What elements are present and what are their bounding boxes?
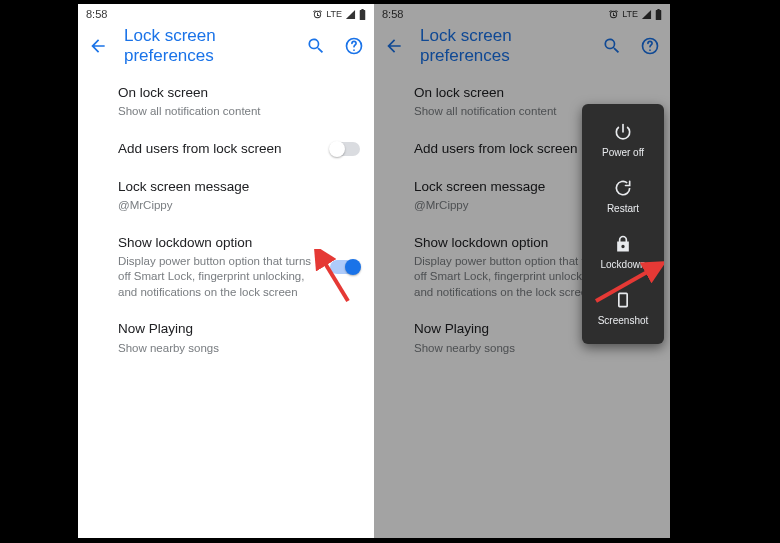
page-title: Lock screen preferences (420, 26, 586, 66)
power-off-label: Power off (602, 147, 644, 158)
status-network: LTE (622, 9, 638, 19)
lockdown-button[interactable]: Lockdown (582, 224, 664, 280)
screenshot-label: Screenshot (598, 315, 649, 326)
power-off-button[interactable]: Power off (582, 112, 664, 168)
status-indicators: LTE (608, 9, 662, 20)
restart-label: Restart (607, 203, 639, 214)
toggle-show-lockdown[interactable] (330, 260, 360, 274)
setting-title: Now Playing (118, 320, 356, 338)
app-bar: Lock screen preferences (78, 24, 374, 68)
toggle-add-users[interactable] (330, 142, 360, 156)
status-network: LTE (326, 9, 342, 19)
setting-show-lockdown[interactable]: Show lockdown option Display power butto… (78, 224, 374, 311)
lockdown-label: Lockdown (600, 259, 645, 270)
search-icon (306, 36, 326, 56)
setting-subtitle: Show nearby songs (118, 341, 318, 357)
setting-title: Show lockdown option (118, 234, 356, 252)
status-indicators: LTE (312, 9, 366, 20)
arrow-back-icon (384, 36, 404, 56)
setting-title: On lock screen (414, 84, 652, 102)
page-title: Lock screen preferences (124, 26, 290, 66)
setting-add-users[interactable]: Add users from lock screen (78, 130, 374, 168)
help-button[interactable] (638, 34, 662, 58)
status-time: 8:58 (382, 8, 403, 20)
svg-point-7 (649, 49, 651, 51)
svg-rect-4 (656, 10, 662, 20)
setting-on-lock-screen[interactable]: On lock screen Show all notification con… (78, 74, 374, 130)
search-button[interactable] (304, 34, 328, 58)
app-bar: Lock screen preferences (374, 24, 670, 68)
phone-left: 8:58 LTE Lock screen preferences On lock (78, 4, 374, 538)
svg-rect-1 (361, 9, 363, 10)
signal-icon (641, 9, 652, 20)
power-icon (613, 122, 633, 142)
lock-icon (613, 234, 633, 254)
status-bar: 8:58 LTE (78, 4, 374, 24)
battery-icon (655, 9, 662, 20)
search-icon (602, 36, 622, 56)
back-button[interactable] (86, 34, 110, 58)
setting-subtitle: Display power button option that turns o… (118, 254, 318, 301)
setting-now-playing[interactable]: Now Playing Show nearby songs (78, 310, 374, 366)
setting-lock-message[interactable]: Lock screen message @MrCippy (78, 168, 374, 224)
status-time: 8:58 (86, 8, 107, 20)
settings-list: On lock screen Show all notification con… (78, 68, 374, 366)
svg-point-3 (353, 49, 355, 51)
alarm-icon (608, 9, 619, 20)
restart-button[interactable]: Restart (582, 168, 664, 224)
help-button[interactable] (342, 34, 366, 58)
battery-icon (359, 9, 366, 20)
svg-rect-0 (360, 10, 366, 20)
alarm-icon (312, 9, 323, 20)
signal-icon (345, 9, 356, 20)
help-icon (640, 36, 660, 56)
restart-icon (613, 178, 633, 198)
search-button[interactable] (600, 34, 624, 58)
setting-title: On lock screen (118, 84, 356, 102)
help-icon (344, 36, 364, 56)
status-bar: 8:58 LTE (374, 4, 670, 24)
setting-title: Lock screen message (118, 178, 356, 196)
setting-subtitle: Show all notification content (118, 104, 318, 120)
svg-rect-5 (657, 9, 659, 10)
back-button[interactable] (382, 34, 406, 58)
phone-right: 8:58 LTE Lock screen preferences On lock (374, 4, 670, 538)
arrow-back-icon (88, 36, 108, 56)
setting-title: Add users from lock screen (118, 140, 356, 158)
screenshot-button[interactable]: Screenshot (582, 280, 664, 336)
screenshot-icon (613, 290, 633, 310)
power-menu: Power off Restart Lockdown Screenshot (582, 104, 664, 344)
svg-rect-8 (619, 293, 627, 306)
setting-subtitle: @MrCippy (118, 198, 318, 214)
